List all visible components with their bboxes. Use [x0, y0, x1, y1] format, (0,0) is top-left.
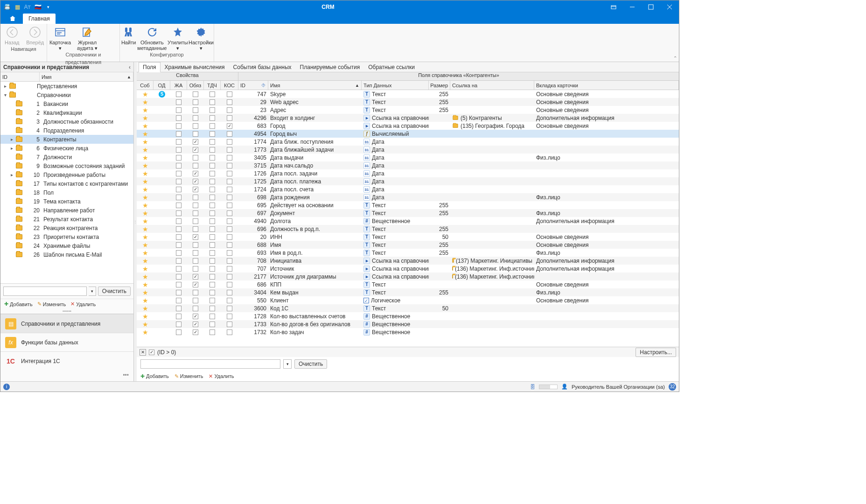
info-icon[interactable]: i [3, 384, 10, 390]
check-kos[interactable] [227, 171, 232, 176]
nav-1c[interactable]: 1С Интеграция 1С [0, 351, 133, 370]
check-ob[interactable] [193, 147, 198, 153]
qa-text-icon[interactable]: Aᴛ [24, 3, 31, 11]
grid-row[interactable]: ★696Должность в род.п.T Текст255 [137, 225, 679, 233]
star-icon[interactable]: ★ [142, 98, 148, 106]
check-ja[interactable] [176, 99, 182, 105]
maximize-button[interactable] [642, 0, 660, 14]
tree-item[interactable]: ▸10Произведенные работы [0, 170, 133, 179]
check-ja[interactable] [176, 306, 182, 311]
tree-item[interactable]: 9Возможные состояния заданий [0, 161, 133, 170]
check-ja[interactable] [176, 115, 182, 121]
col-ob[interactable]: Обяз [187, 81, 204, 90]
clear-button[interactable]: Очистить [98, 287, 131, 296]
check-tdc[interactable] [210, 314, 215, 319]
check-tdc[interactable] [210, 203, 215, 208]
titlebar-extra-button[interactable] [604, 0, 623, 14]
minimize-button[interactable] [623, 0, 642, 14]
tree-item[interactable]: 2Квалификации [0, 108, 133, 117]
col-ja[interactable]: ЖА [170, 81, 187, 90]
grid-row[interactable]: ★1773Дата ближайшей задачи31 Дата [137, 146, 679, 154]
star-icon[interactable]: ★ [142, 305, 148, 312]
utils-button[interactable]: Утилиты▾ [167, 24, 189, 51]
check-ob[interactable] [193, 258, 198, 264]
col-id[interactable]: ID [0, 72, 40, 81]
grid-row[interactable]: ★29Web адресT Текст255Основные сведения [137, 98, 679, 106]
check-kos[interactable] [227, 179, 232, 184]
grid-row[interactable]: ★4296Входит в холдинг▸ Ссылка на справоч… [137, 114, 679, 122]
check-tdc[interactable] [210, 115, 215, 121]
grid-row[interactable]: ★2177Источник для диаграммы▸ Ссылка на с… [137, 273, 679, 280]
tab-main[interactable]: Главная [23, 14, 56, 24]
check-kos[interactable] [227, 306, 232, 311]
star-icon[interactable]: ★ [142, 273, 148, 280]
qa-dd-icon[interactable]: ▾ [44, 3, 52, 11]
grid-row[interactable]: ★1732Кол-во задач# Вещественное [137, 328, 679, 336]
grid-row[interactable]: ★3600Код 1СT Текст50 [137, 304, 679, 312]
edit-button[interactable]: ✎ Изменить [37, 301, 66, 307]
check-kos[interactable] [227, 290, 232, 295]
check-ob[interactable] [193, 282, 198, 287]
grid-row[interactable]: ★707Источник▸ Ссылка на справочник(136) … [137, 265, 679, 273]
expand-icon[interactable]: ⌃ [673, 56, 677, 61]
search-input[interactable] [140, 359, 280, 369]
qa-grid-icon[interactable]: ▦ [14, 3, 21, 11]
star-icon[interactable]: ★ [142, 265, 148, 273]
tree-root[interactable]: ▸Представления [0, 82, 133, 91]
check-tdc[interactable] [210, 250, 215, 256]
grid-row[interactable]: ★697ДокументT Текст255Физ.лицо [137, 209, 679, 217]
check-ob[interactable] [193, 195, 198, 200]
check-ja[interactable] [176, 226, 182, 232]
check-ob[interactable] [193, 139, 198, 145]
check-kos[interactable] [227, 298, 232, 303]
check-ja[interactable] [176, 322, 182, 327]
check-kos[interactable] [227, 131, 232, 137]
check-kos[interactable] [227, 226, 232, 232]
check-ja[interactable] [176, 234, 182, 240]
refresh-button[interactable]: Обновить метаданные [137, 24, 167, 51]
tree-item[interactable]: 17Типы контактов с контрагентами [0, 179, 133, 188]
tree-item[interactable]: 20Направление работ [0, 206, 133, 215]
star-icon[interactable]: ★ [142, 321, 148, 328]
check-kos[interactable] [227, 155, 232, 161]
check-kos[interactable] [227, 322, 232, 327]
check-ob[interactable] [193, 322, 198, 327]
mtab[interactable]: Хранимые вычисления [161, 62, 229, 72]
check-ja[interactable] [176, 282, 182, 287]
check-ob[interactable] [193, 290, 198, 295]
check-ob[interactable] [193, 187, 198, 192]
check-ja[interactable] [176, 329, 182, 335]
filter-input[interactable] [3, 287, 87, 296]
close-button[interactable] [660, 0, 679, 14]
grid-row[interactable]: ★550Клиент ЛогическоеОсновные сведения [137, 296, 679, 304]
check-ja[interactable] [176, 163, 182, 168]
check-ob[interactable] [193, 171, 198, 176]
check-ob[interactable] [193, 210, 198, 216]
check-kos[interactable] [227, 139, 232, 145]
check-ob[interactable] [193, 107, 198, 113]
filter-close-icon[interactable]: ✕ [140, 349, 146, 356]
star-icon[interactable]: ★ [142, 138, 148, 146]
col-id2[interactable]: ID ⯑ [238, 81, 268, 90]
check-tdc[interactable] [210, 210, 215, 216]
check-kos[interactable] [227, 258, 232, 264]
check-tdc[interactable] [210, 282, 215, 287]
check-kos[interactable] [227, 234, 232, 240]
grid-row[interactable]: ★695Действует на основанииT Текст255 [137, 201, 679, 209]
check-ob[interactable] [193, 123, 198, 129]
check-kos[interactable] [227, 266, 232, 272]
tree-item[interactable]: ▸5Контрагенты [0, 135, 133, 144]
check-ja[interactable] [176, 91, 182, 97]
check-kos[interactable] [227, 195, 232, 200]
qa-flag-icon[interactable]: 🇷🇺 [34, 3, 42, 11]
col-type[interactable]: Тип Данных [362, 81, 429, 90]
check-tdc[interactable] [210, 107, 215, 113]
check-tdc[interactable] [210, 179, 215, 184]
tree-item[interactable]: 26Шаблон письма E-Mail [0, 250, 133, 259]
tree-item[interactable]: 4Подразделения [0, 126, 133, 135]
col-size[interactable]: Размер [429, 81, 450, 90]
grid-row[interactable]: ★1733Кол-во догов-в без оригиналов# Веще… [137, 320, 679, 328]
star-icon[interactable]: ★ [142, 225, 148, 233]
check-ob[interactable] [193, 91, 198, 97]
check-tdc[interactable] [210, 99, 215, 105]
